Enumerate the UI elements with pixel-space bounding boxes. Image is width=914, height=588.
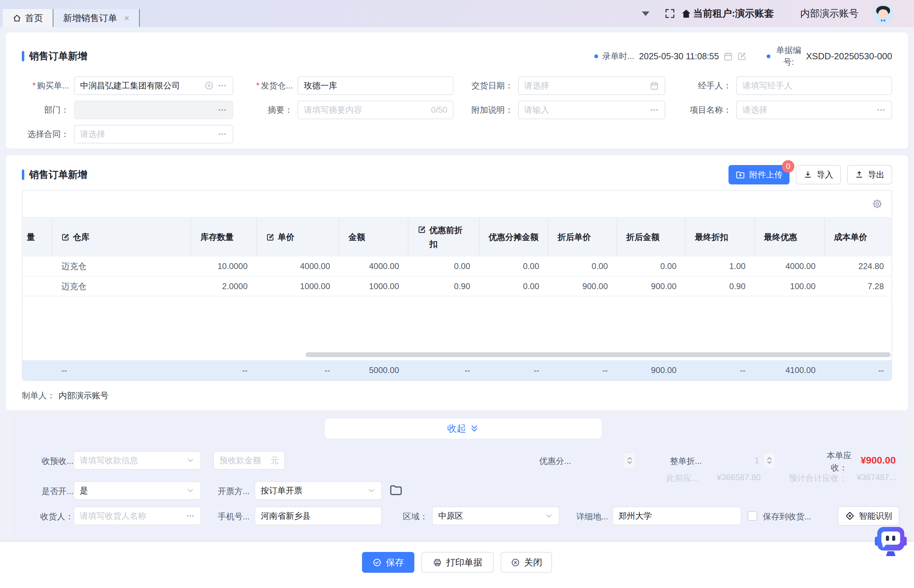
export-label: 导出 — [868, 169, 885, 180]
region-value: 中原区 — [438, 510, 541, 522]
cell: 0.90 — [686, 276, 754, 296]
note-label: 附加说明： — [454, 104, 518, 115]
more-options-icon[interactable] — [217, 81, 227, 90]
tab-close-icon[interactable]: × — [124, 13, 129, 23]
folder-icon[interactable] — [389, 483, 403, 497]
account-name[interactable]: 内部演示账号 — [800, 7, 859, 20]
more-options-icon[interactable] — [217, 129, 227, 139]
more-options-icon[interactable] — [186, 511, 195, 520]
close-button[interactable]: 关闭 — [501, 552, 552, 573]
phone-input[interactable]: 河南省新乡县 — [255, 507, 382, 525]
contract-label: 选择合同： — [22, 129, 74, 140]
cell: 0.00 — [479, 276, 548, 296]
calendar-icon[interactable] — [649, 81, 659, 90]
cell: 2.0000 — [191, 276, 257, 296]
due-value: ¥900.00 — [861, 455, 896, 466]
column-header: 最终折扣 — [686, 218, 754, 257]
avatar[interactable] — [873, 3, 893, 24]
save-button[interactable]: 保存 — [362, 552, 414, 573]
invoice-select[interactable]: 是 — [74, 481, 201, 500]
doc-no-label: 单据编号: — [775, 44, 803, 68]
prepay-select[interactable]: 请填写收款信息 — [74, 451, 201, 470]
smart-recognize-button[interactable]: 智能识别 — [838, 506, 899, 526]
order-header-card: 销售订单新增 录单时... 2025-05-30 11:08:55 单据编号: … — [6, 32, 908, 149]
phone-label: 手机号... — [208, 511, 250, 522]
column-header: 量 — [23, 218, 52, 257]
summary-cell: 4100.00 — [754, 360, 825, 380]
main-content: 销售订单新增 录单时... 2025-05-30 11:08:55 单据编号: … — [0, 27, 914, 542]
delivery-date-input[interactable]: 请选择 — [518, 76, 665, 95]
horizontal-scrollbar[interactable] — [305, 352, 891, 357]
assistant-robot-button[interactable] — [875, 527, 907, 558]
table-empty-area — [23, 296, 891, 360]
collapse-toggle[interactable]: 收起 — [325, 418, 602, 439]
warehouse-input[interactable]: 玫德一库 — [297, 76, 454, 95]
table-header-row: 量仓库库存数量单价金额优惠前折扣优惠分摊金额折后单价折后金额最终折扣最终优惠成本… — [23, 218, 892, 257]
contract-input[interactable]: 请选择 — [74, 125, 233, 144]
header-form: *购买单... 中润昌弘建工集团有限公司 *发货仓... 玫德一库 交货日期： … — [22, 76, 892, 144]
topbar: 首页 新增销售订单 × 当前租户:演示账套 内部演示账号 — [0, 0, 914, 27]
buyer-input[interactable]: 中润昌弘建工集团有限公司 — [74, 76, 233, 95]
order-discount-stepper[interactable] — [764, 452, 775, 468]
delivery-date-label: 交货日期： — [454, 80, 518, 91]
table-toolbar — [23, 191, 891, 218]
robot-base — [886, 551, 896, 556]
cell: 1000.00 — [257, 276, 339, 296]
note-input[interactable]: 请输入 — [518, 100, 665, 119]
estimated-total-label: 预计合计应收： — [789, 473, 847, 484]
chevron-down-icon[interactable] — [642, 11, 649, 16]
print-button[interactable]: 打印单据 — [421, 552, 494, 573]
import-button[interactable]: 导入 — [796, 165, 841, 184]
handler-label: 经手人： — [665, 80, 736, 91]
tab-new-sales-order[interactable]: 新增销售订单 × — [53, 9, 140, 27]
contract-placeholder: 请选择 — [80, 129, 214, 140]
summary-input[interactable]: 请填写摘要内容 0/50 — [297, 100, 454, 119]
discount-share-stepper[interactable] — [624, 452, 636, 468]
save-address-checkbox[interactable] — [748, 511, 757, 521]
column-header: 成本单价 — [825, 218, 892, 257]
maker-label: 制单人： — [22, 390, 55, 401]
dept-input[interactable] — [74, 100, 233, 119]
handler-input[interactable]: 请填写经手人 — [736, 76, 892, 95]
gear-icon[interactable] — [872, 199, 882, 209]
clear-icon[interactable] — [204, 81, 214, 90]
prepay-amount-input[interactable]: 预收款金额 元 — [213, 451, 285, 470]
edit-icon[interactable] — [737, 51, 747, 61]
column-header: 仓库 — [52, 218, 191, 257]
column-header: 金额 — [339, 218, 408, 257]
order-discount-value: 1 — [754, 456, 759, 465]
cell: 4000.00 — [257, 257, 339, 276]
tab-home[interactable]: 首页 — [3, 9, 53, 27]
attachment-upload-button[interactable]: 附件上传 0 — [728, 165, 790, 184]
buyer-label: *购买单... — [22, 80, 74, 91]
summary-cell: 5000.00 — [339, 360, 408, 380]
data-grid: 量仓库库存数量单价金额优惠前折扣优惠分摊金额折后单价折后金额最终折扣最终优惠成本… — [23, 218, 892, 296]
attachment-count-badge: 0 — [782, 160, 795, 173]
cell — [23, 276, 52, 296]
robot-face — [882, 531, 900, 544]
receiver-input[interactable]: 请填写收货人名称 — [74, 507, 201, 525]
title-accent-bar — [22, 51, 24, 61]
order-lines-card: 销售订单新增 附件上传 0 导入 导出 — [6, 155, 908, 410]
fullscreen-icon[interactable] — [664, 8, 676, 19]
save-label: 保存 — [386, 556, 404, 569]
export-button[interactable]: 导出 — [847, 165, 892, 184]
address-input[interactable]: 郑州大学 — [612, 507, 741, 525]
cell: 0.00 — [548, 257, 617, 276]
more-options-icon[interactable] — [217, 105, 227, 115]
project-input[interactable]: 请选择 — [736, 100, 892, 119]
table-row[interactable]: 迈克仓10.00004000.004000.000.000.000.000.00… — [23, 257, 892, 276]
cell: 0.00 — [617, 257, 686, 276]
more-options-icon[interactable] — [649, 105, 659, 115]
cell: 7.28 — [825, 276, 892, 296]
diamond-plus-icon — [845, 511, 855, 521]
buyer-value: 中润昌弘建工集团有限公司 — [80, 80, 201, 91]
table-row[interactable]: 迈克仓2.00001000.001000.000.900.00900.00900… — [23, 276, 892, 296]
receiver-placeholder: 请填写收货人名称 — [80, 510, 182, 522]
summary-row: ------5000.00------900.00--4100.00-- — [23, 360, 892, 380]
more-options-icon[interactable] — [876, 105, 886, 115]
invoice-method-select[interactable]: 按订单开票 — [255, 481, 382, 500]
calendar-icon[interactable] — [723, 51, 733, 61]
edit-column-icon — [61, 233, 70, 242]
region-select[interactable]: 中原区 — [432, 507, 560, 525]
